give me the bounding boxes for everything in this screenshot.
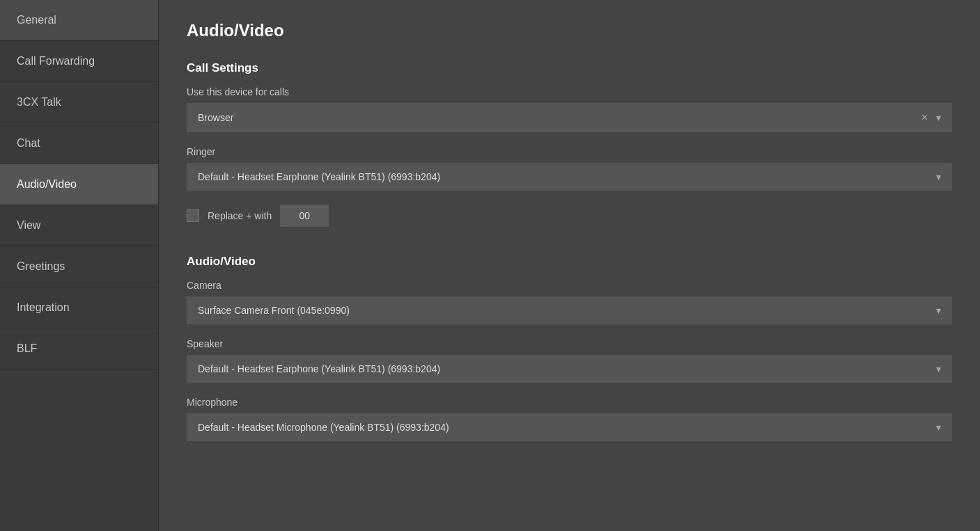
page-title: Audio/Video <box>187 21 952 40</box>
sidebar-item-label: 3CX Talk <box>17 96 61 108</box>
speaker-label: Speaker <box>187 338 952 349</box>
ringer-select[interactable]: Default - Headset Earphone (Yealink BT51… <box>187 163 952 191</box>
sidebar-item-label: BLF <box>17 342 37 354</box>
sidebar-item-label: View <box>17 219 40 231</box>
device-value: Browser <box>198 112 921 123</box>
sidebar-item-call-forwarding[interactable]: Call Forwarding <box>0 41 158 82</box>
replace-checkbox[interactable] <box>187 209 199 222</box>
sidebar: General Call Forwarding 3CX Talk Chat Au… <box>0 0 159 531</box>
sidebar-item-label: Chat <box>17 137 40 149</box>
replace-label: Replace + with <box>208 210 272 221</box>
sidebar-item-blf[interactable]: BLF <box>0 328 158 370</box>
sidebar-item-greetings[interactable]: Greetings <box>0 246 158 287</box>
sidebar-item-general[interactable]: General <box>0 0 158 41</box>
camera-dropdown-icon[interactable]: ▾ <box>936 305 941 316</box>
main-content: Audio/Video Call Settings Use this devic… <box>159 0 980 531</box>
sidebar-item-integration[interactable]: Integration <box>0 287 158 328</box>
replace-input[interactable] <box>280 205 329 227</box>
sidebar-item-label: General <box>17 14 56 26</box>
device-select-wrapper: Browser × ▾ <box>187 103 952 132</box>
replace-row: Replace + with <box>187 205 952 227</box>
camera-value: Surface Camera Front (045e:0990) <box>198 305 936 316</box>
camera-select-wrapper: Surface Camera Front (045e:0990) ▾ <box>187 296 952 324</box>
audio-video-section: Audio/Video Camera Surface Camera Front … <box>187 248 952 441</box>
device-select[interactable]: Browser × ▾ <box>187 103 952 132</box>
microphone-dropdown-icon[interactable]: ▾ <box>936 422 941 433</box>
device-label: Use this device for calls <box>187 86 952 97</box>
call-settings-section: Call Settings Use this device for calls … <box>187 61 952 227</box>
microphone-value: Default - Headset Microphone (Yealink BT… <box>198 422 936 433</box>
sidebar-item-3cx-talk[interactable]: 3CX Talk <box>0 82 158 123</box>
sidebar-item-label: Greetings <box>17 260 65 272</box>
sidebar-item-view[interactable]: View <box>0 205 158 246</box>
device-dropdown-icon[interactable]: ▾ <box>936 112 941 123</box>
ringer-value: Default - Headset Earphone (Yealink BT51… <box>198 171 936 182</box>
camera-label: Camera <box>187 280 952 291</box>
microphone-label: Microphone <box>187 397 952 408</box>
microphone-select[interactable]: Default - Headset Microphone (Yealink BT… <box>187 413 952 441</box>
camera-select[interactable]: Surface Camera Front (045e:0990) ▾ <box>187 296 952 324</box>
device-clear-icon[interactable]: × <box>921 111 928 124</box>
speaker-dropdown-icon[interactable]: ▾ <box>936 363 941 374</box>
sidebar-item-label: Integration <box>17 301 70 313</box>
sidebar-item-chat[interactable]: Chat <box>0 123 158 164</box>
speaker-select-wrapper: Default - Headset Earphone (Yealink BT51… <box>187 355 952 383</box>
sidebar-item-audio-video[interactable]: Audio/Video <box>0 164 158 205</box>
ringer-select-wrapper: Default - Headset Earphone (Yealink BT51… <box>187 163 952 191</box>
microphone-select-wrapper: Default - Headset Microphone (Yealink BT… <box>187 413 952 441</box>
audio-video-title: Audio/Video <box>187 248 952 269</box>
ringer-dropdown-icon[interactable]: ▾ <box>936 171 941 182</box>
sidebar-item-label: Call Forwarding <box>17 55 95 67</box>
speaker-value: Default - Headset Earphone (Yealink BT51… <box>198 363 936 374</box>
speaker-select[interactable]: Default - Headset Earphone (Yealink BT51… <box>187 355 952 383</box>
ringer-label: Ringer <box>187 146 952 157</box>
sidebar-item-label: Audio/Video <box>17 178 77 190</box>
call-settings-title: Call Settings <box>187 61 952 75</box>
